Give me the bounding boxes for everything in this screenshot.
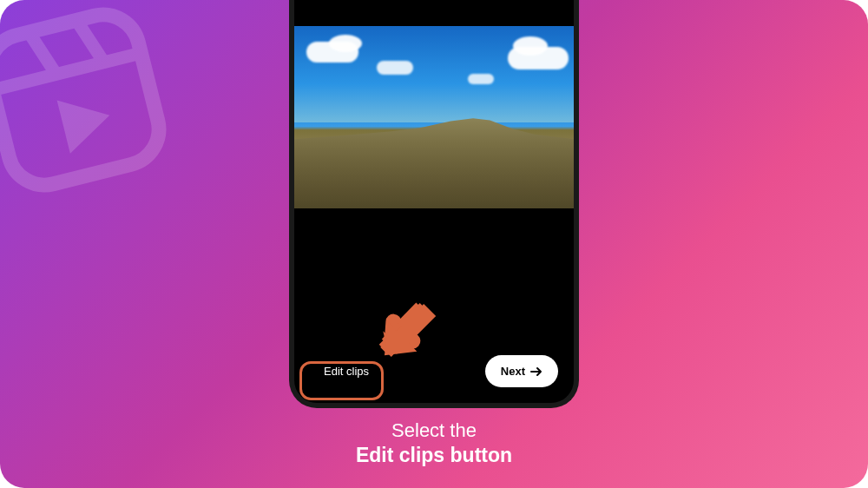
caption-line-2: Edit clips button: [0, 443, 868, 469]
tutorial-canvas: Edit clips Next Select the Edit cl: [0, 0, 868, 488]
reels-icon: [0, 0, 184, 210]
arrow-right-icon: [530, 366, 542, 377]
next-label: Next: [501, 365, 525, 378]
next-button[interactable]: Next: [485, 355, 558, 387]
edit-clips-label: Edit clips: [324, 365, 369, 378]
edit-clips-button[interactable]: Edit clips: [310, 355, 383, 387]
video-preview: [294, 26, 574, 208]
instruction-caption: Select the Edit clips button: [0, 419, 868, 469]
phone-frame: Edit clips Next: [289, 0, 579, 408]
svg-line-1: [0, 53, 141, 90]
caption-line-1: Select the: [0, 419, 868, 444]
